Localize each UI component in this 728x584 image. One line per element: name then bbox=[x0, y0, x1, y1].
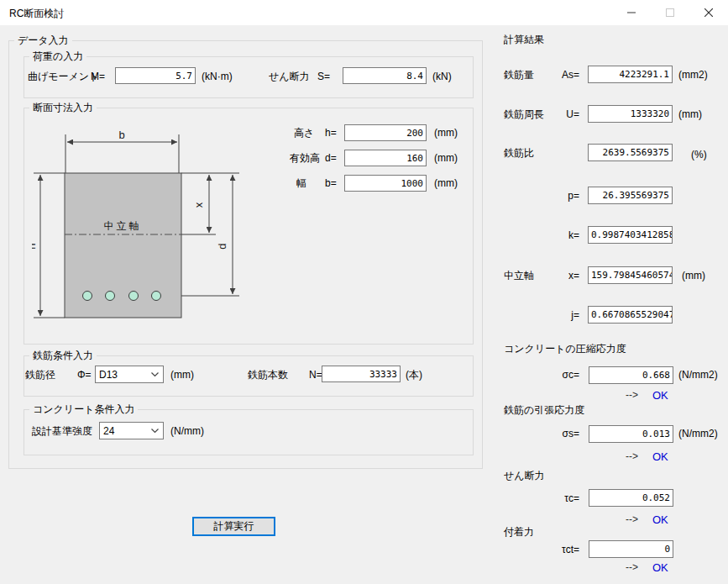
height-unit: (mm) bbox=[434, 127, 458, 139]
results-title: 計算結果 bbox=[504, 34, 544, 45]
width-input[interactable] bbox=[344, 175, 427, 192]
rebar-perimeter-field: 1333320 bbox=[588, 105, 673, 123]
effective-depth-label: 有効高 bbox=[290, 152, 320, 164]
rebar-count-symbol: N= bbox=[309, 369, 322, 381]
data-input-title: データ入力 bbox=[14, 34, 72, 48]
shear-label: せん断力 bbox=[269, 71, 310, 82]
close-icon bbox=[704, 8, 713, 17]
section-diagram: b h 中立軸 x d bbox=[32, 128, 244, 323]
tau-c-symbol: τc= bbox=[504, 492, 579, 504]
rebar-area-symbol: As= bbox=[504, 69, 579, 81]
sigma-s-symbol: σs= bbox=[504, 428, 579, 439]
sigma-s-arrow: --> bbox=[626, 450, 638, 462]
effective-depth-unit: (mm) bbox=[434, 152, 458, 164]
height-symbol: h= bbox=[325, 127, 337, 139]
rebar-circle bbox=[83, 292, 92, 301]
rebar-area-field: 4223291.1 bbox=[588, 66, 673, 83]
design-strength-label: 設計基準強度 bbox=[32, 425, 92, 437]
b-dimension-label: b bbox=[118, 129, 124, 141]
effective-depth-input[interactable] bbox=[344, 150, 427, 166]
rebar-count-unit: (本) bbox=[406, 369, 422, 381]
rebar-input-title: 鉄筋条件入力 bbox=[29, 349, 97, 363]
moment-label: 曲げモーメント bbox=[28, 71, 99, 82]
app-window: RC断面検討 データ入力 荷重の入力 曲げモーメント M= (kN·m) せん断… bbox=[0, 0, 728, 584]
rebar-diameter-select[interactable]: D13 bbox=[95, 366, 164, 383]
minimize-button[interactable] bbox=[612, 0, 651, 25]
rebar-ratio-label: 鉄筋比 bbox=[504, 147, 534, 159]
rebar-perimeter-symbol: U= bbox=[504, 108, 579, 120]
sigma-c-unit: (N/mm2) bbox=[678, 369, 718, 381]
tau-ct-status: OK bbox=[652, 561, 668, 574]
p-field: 26.395569375 bbox=[588, 187, 673, 204]
design-strength-unit: (N/mm) bbox=[170, 425, 204, 437]
d-dimension-label: d bbox=[216, 243, 228, 249]
p-symbol: p= bbox=[504, 190, 579, 202]
k-field: 0.998740341285895 bbox=[588, 226, 673, 244]
chevron-down-icon bbox=[151, 372, 159, 377]
h-dimension-label: h bbox=[32, 243, 38, 249]
rebar-diameter-value: D13 bbox=[99, 369, 118, 381]
tau-ct-symbol: τct= bbox=[504, 544, 579, 555]
sigma-s-unit: (N/mm2) bbox=[678, 428, 718, 439]
height-label: 高さ bbox=[294, 127, 314, 139]
x-dimension-label: x bbox=[192, 202, 205, 208]
bond-check-header: 付着力 bbox=[504, 526, 534, 538]
rebar-count-label: 鉄筋本数 bbox=[248, 369, 288, 381]
minimize-icon bbox=[627, 8, 636, 17]
tau-c-status: OK bbox=[652, 513, 668, 526]
moment-symbol: M= bbox=[91, 71, 105, 82]
moment-input[interactable] bbox=[115, 67, 196, 84]
x-symbol: x= bbox=[504, 270, 579, 281]
sigma-s-field: 0.013 bbox=[589, 425, 673, 443]
tau-c-arrow: --> bbox=[626, 513, 638, 525]
shear-symbol: S= bbox=[317, 71, 330, 82]
sigma-c-symbol: σc= bbox=[504, 369, 579, 381]
x-field: 159.798454605743 bbox=[588, 266, 673, 284]
j-field: 0.667086552904703 bbox=[588, 306, 673, 324]
neutral-axis-label: 中立軸 bbox=[104, 220, 142, 232]
width-symbol: b= bbox=[325, 177, 337, 189]
rebar-ratio-field: 2639.5569375 bbox=[588, 144, 673, 161]
design-strength-select[interactable]: 24 bbox=[99, 422, 164, 439]
rebar-count-input[interactable] bbox=[322, 366, 401, 382]
k-symbol: k= bbox=[504, 229, 579, 241]
rebar-perimeter-unit: (mm) bbox=[678, 108, 702, 120]
concrete-input-title: コンクリート条件入力 bbox=[29, 402, 138, 417]
concrete-section-rect bbox=[65, 173, 181, 318]
rebar-circle bbox=[129, 292, 139, 301]
sigma-c-arrow: --> bbox=[626, 389, 638, 401]
rebar-area-unit: (mm2) bbox=[678, 69, 708, 81]
width-label: 幅 bbox=[296, 177, 306, 189]
x-unit: (mm) bbox=[682, 270, 705, 281]
section-input-title: 断面寸法入力 bbox=[29, 101, 97, 115]
rebar-circle bbox=[106, 292, 115, 301]
rebar-diameter-unit: (mm) bbox=[170, 369, 194, 381]
rebar-stress-header: 鉄筋の引張応力度 bbox=[504, 404, 584, 416]
run-calculation-button[interactable]: 計算実行 bbox=[192, 517, 275, 536]
tau-ct-arrow: --> bbox=[626, 561, 638, 573]
sigma-c-field: 0.668 bbox=[589, 366, 673, 384]
concrete-stress-header: コンクリートの圧縮応力度 bbox=[504, 343, 626, 355]
close-button[interactable] bbox=[689, 0, 728, 25]
rebar-diameter-symbol: Φ= bbox=[77, 369, 92, 381]
height-input[interactable] bbox=[344, 124, 427, 141]
moment-unit: (kN·m) bbox=[202, 71, 233, 82]
j-symbol: j= bbox=[504, 309, 579, 321]
load-input-title: 荷重の入力 bbox=[29, 50, 86, 64]
width-unit: (mm) bbox=[434, 177, 458, 189]
effective-depth-symbol: d= bbox=[325, 152, 337, 164]
rebar-circle bbox=[152, 292, 161, 301]
maximize-icon bbox=[666, 8, 674, 17]
rebar-ratio-unit: (%) bbox=[691, 149, 707, 160]
design-strength-value: 24 bbox=[103, 425, 114, 437]
tau-c-field: 0.052 bbox=[589, 489, 673, 507]
sigma-c-status: OK bbox=[652, 389, 668, 402]
maximize-button bbox=[651, 0, 689, 25]
shear-input[interactable] bbox=[343, 67, 427, 84]
rebar-diameter-label: 鉄筋径 bbox=[25, 369, 55, 381]
shear-check-header: せん断力 bbox=[504, 470, 545, 481]
chevron-down-icon bbox=[151, 429, 159, 434]
shear-unit: (kN) bbox=[432, 71, 452, 82]
window-title: RC断面検討 bbox=[9, 7, 64, 21]
title-bar: RC断面検討 bbox=[0, 0, 728, 25]
